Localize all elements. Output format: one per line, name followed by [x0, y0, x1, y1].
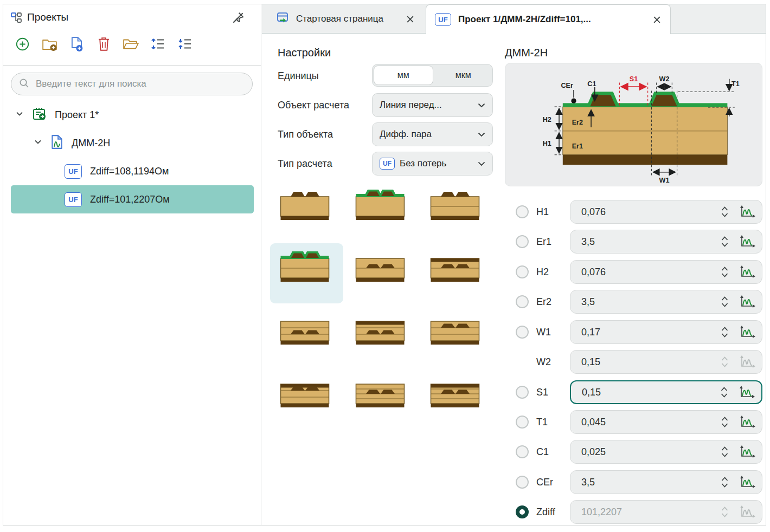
delete-icon[interactable] [95, 36, 112, 52]
structure-variant-8[interactable] [355, 314, 405, 347]
search-field[interactable] [11, 73, 253, 95]
tree-item-model[interactable]: ДММ-2Н [3, 129, 261, 157]
structure-variant-10[interactable] [280, 377, 330, 410]
param-row-w2: W2 0,15 [505, 350, 762, 374]
dim-label-er1: Er1 [572, 142, 583, 150]
spinner-icon[interactable] [721, 235, 729, 248]
dim-label-h2: H2 [543, 116, 551, 124]
param-radio[interactable] [516, 445, 529, 458]
collapse-all-icon[interactable] [177, 36, 193, 52]
param-input[interactable]: 3,5 [570, 290, 762, 314]
distribution-chart-icon[interactable] [740, 326, 755, 339]
unpin-icon[interactable] [231, 11, 246, 26]
param-row-h1: H1 0,076 [505, 200, 762, 224]
param-radio[interactable] [516, 476, 529, 489]
spinner-icon[interactable] [721, 295, 729, 308]
calc-type-select[interactable]: UF Без потерь [372, 152, 493, 176]
param-input[interactable]: 3,5 [570, 470, 762, 494]
param-input[interactable]: 3,5 [570, 230, 762, 254]
spinner-icon[interactable] [721, 355, 729, 368]
distribution-chart-icon[interactable] [740, 476, 755, 489]
spinner-icon[interactable] [721, 205, 729, 218]
param-input[interactable]: 0,15 [570, 380, 762, 404]
structure-variant-3[interactable] [430, 189, 480, 223]
units-option-um[interactable]: мкм [434, 64, 493, 86]
param-value: 0,076 [581, 206, 721, 218]
structure-variant-12[interactable] [430, 377, 480, 410]
tree-item-project[interactable]: Проект 1* [3, 101, 261, 129]
chevron-down-icon[interactable] [34, 138, 42, 149]
param-input[interactable]: 0,17 [570, 320, 762, 344]
structure-variant-5[interactable] [355, 251, 405, 284]
tree-item-label: Zdiff=101,2207Ом [90, 194, 170, 205]
tree-item-result-2-selected[interactable]: UF Zdiff=101,2207Ом [11, 185, 254, 213]
uf-badge: UF [65, 192, 82, 207]
structure-variant-2[interactable] [355, 189, 405, 223]
param-label: Zdiff [536, 507, 570, 518]
param-radio[interactable] [516, 386, 529, 399]
param-radio[interactable] [516, 235, 529, 248]
param-radio[interactable] [516, 295, 529, 308]
distribution-chart-icon[interactable] [740, 416, 755, 429]
param-radio[interactable] [516, 326, 529, 339]
open-folder-icon[interactable] [123, 36, 139, 52]
units-option-mm[interactable]: мм [374, 66, 433, 85]
projects-toolbar [14, 36, 193, 52]
add-icon[interactable] [14, 36, 30, 52]
tab-label: Проект 1/ДММ-2Н/Zdiff=101,... [458, 14, 591, 25]
units-toggle: мм мкм [372, 64, 493, 87]
spinner-icon[interactable] [721, 326, 729, 339]
param-radio[interactable] [516, 505, 529, 518]
param-label: S1 [536, 387, 570, 398]
tab-start-page[interactable]: Стартовая страница [267, 4, 424, 34]
param-value: 3,5 [581, 236, 721, 248]
distribution-chart-icon[interactable] [740, 445, 755, 458]
new-file-icon[interactable] [68, 36, 85, 52]
object-type-select[interactable]: Дифф. пара [372, 122, 493, 146]
calc-object-select[interactable]: Линия перед... [372, 93, 493, 117]
structure-variant-11[interactable] [355, 377, 405, 410]
uf-badge: UF [65, 164, 82, 179]
expand-all-icon[interactable] [150, 36, 166, 52]
tree-item-label: Проект 1* [55, 109, 99, 121]
param-input[interactable]: 0,025 [570, 440, 762, 464]
model-title: ДММ-2Н [505, 47, 548, 59]
tree-item-result-1[interactable]: UF Zdiff=108,1194Ом [3, 157, 261, 185]
tab-active-result[interactable]: UF Проект 1/ДММ-2Н/Zdiff=101,... [426, 4, 671, 34]
param-value: 3,5 [581, 296, 721, 308]
param-radio[interactable] [516, 265, 529, 278]
structure-variant-9[interactable] [430, 314, 480, 347]
new-folder-icon[interactable] [41, 36, 57, 52]
search-input[interactable] [35, 78, 245, 90]
distribution-chart-icon[interactable] [740, 205, 755, 218]
close-tab-icon[interactable] [652, 15, 662, 24]
distribution-chart-icon[interactable] [740, 235, 755, 248]
param-radio[interactable] [516, 205, 529, 218]
spinner-icon[interactable] [720, 386, 728, 399]
structure-variant-1[interactable] [280, 189, 330, 223]
structure-variant-7[interactable] [280, 314, 330, 347]
spinner-icon[interactable] [721, 476, 729, 489]
structure-variant-6[interactable] [430, 251, 480, 284]
uf-badge: UF [435, 13, 451, 26]
param-radio[interactable] [516, 416, 529, 429]
spinner-icon[interactable] [721, 265, 729, 278]
close-tab-icon[interactable] [406, 15, 415, 24]
param-label: H1 [536, 206, 570, 218]
param-value: 3,5 [581, 477, 721, 488]
chevron-down-icon[interactable] [15, 109, 24, 121]
ground-plane [563, 155, 728, 165]
param-input[interactable]: 0,076 [570, 260, 762, 284]
structure-variant-4[interactable] [280, 251, 330, 284]
distribution-chart-icon[interactable] [740, 295, 755, 308]
param-value: 101,2207 [581, 507, 721, 518]
param-input[interactable]: 0,076 [570, 200, 762, 224]
spinner-icon[interactable] [721, 416, 729, 429]
param-input[interactable]: 0,045 [570, 410, 762, 434]
spinner-icon[interactable] [721, 445, 729, 458]
distribution-chart-icon[interactable] [739, 386, 755, 399]
distribution-chart-icon[interactable] [740, 265, 755, 278]
tree-item-label: Zdiff=108,1194Ом [90, 166, 169, 177]
distribution-chart-icon[interactable] [740, 355, 755, 368]
param-input[interactable]: 0,15 [570, 350, 762, 374]
